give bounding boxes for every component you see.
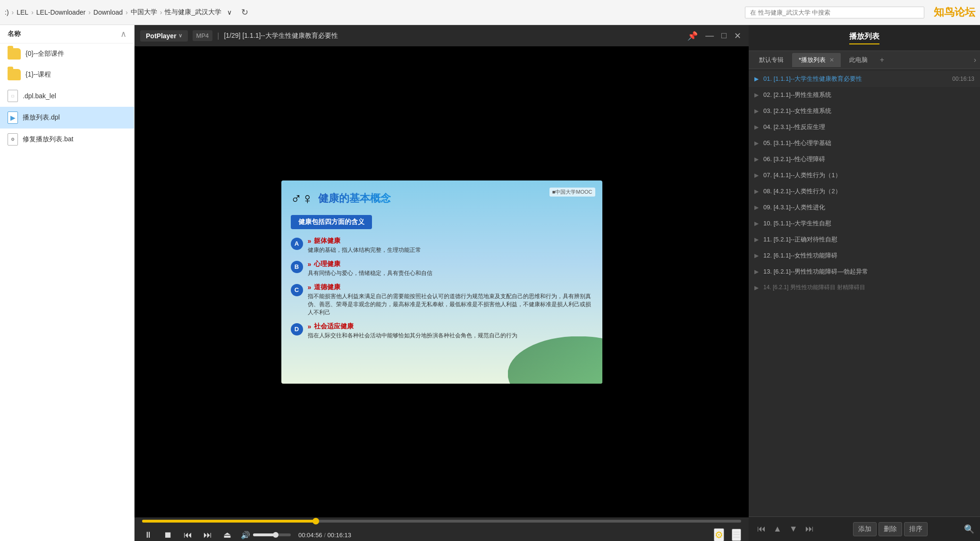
pin-btn[interactable]: 📌 xyxy=(685,29,700,43)
playlist-item[interactable]: ▶ 06. [3.2.1]--性心理障碍 xyxy=(749,151,980,167)
play-arrow-icon: ▶ xyxy=(754,108,759,114)
controls-row: ⏸ ⏹ ⏮ ⏭ ⏏ 🔊 00:04:56 / 00:16:13 xyxy=(142,528,741,541)
list-item[interactable]: ▶ 播放列表.dpl xyxy=(0,107,134,129)
playlist-item-duration: 00:16:13 xyxy=(952,76,974,82)
playlist-item[interactable]: ▶ 09. [4.3.1]--人类性进化 xyxy=(749,199,980,215)
playlist-item[interactable]: ▶ 08. [4.2.1]--人类性行为（2） xyxy=(749,183,980,199)
folder-icon xyxy=(8,48,21,60)
breadcrumb-refresh-btn[interactable]: ↻ xyxy=(237,6,252,18)
volume-area: 🔊 xyxy=(241,531,291,540)
close-btn[interactable]: ✕ xyxy=(732,29,743,43)
playlist-item-text: 04. [2.3.1]--性反应生理 xyxy=(763,123,974,131)
slide-item-a: A » 躯体健康 健康的基础，指人体结构完整，生理功能正常 xyxy=(291,237,593,254)
tab-this-computer[interactable]: 此电脑 xyxy=(843,53,874,67)
play-arrow-icon: ▶ xyxy=(754,284,759,291)
search-box xyxy=(745,7,924,18)
breadcrumb-dropdown-btn[interactable]: ∨ xyxy=(224,8,235,17)
file-name: {0}--全部课件 xyxy=(25,50,64,58)
playlist-item[interactable]: ▶ 01. [1.1.1]--大学生性健康教育必要性 00:16:13 xyxy=(749,71,980,87)
play-arrow-icon: ▶ xyxy=(754,92,759,98)
item-title-b: » 心理健康 xyxy=(308,260,593,268)
playlist-item[interactable]: ▶ 03. [2.2.1]--女性生殖系统 xyxy=(749,103,980,119)
playlist-next-btn[interactable]: ▼ xyxy=(786,522,801,536)
playlist-item[interactable]: ▶ 04. [2.3.1]--性反应生理 xyxy=(749,119,980,135)
playlist-item[interactable]: ▶ 13. [6.2.1]--男性性功能障碍—勃起异常 xyxy=(749,264,980,280)
playlist-item-text: 05. [3.1.1]--性心理学基础 xyxy=(763,139,974,147)
breadcrumb-university[interactable]: 中国大学 xyxy=(131,8,157,17)
file-explorer: 名称 ∧ {0}--全部课件 {1}--课程 □ .dpl.bak_lel ▶ … xyxy=(0,25,135,541)
playlist-items: ▶ 01. [1.1.1]--大学生性健康教育必要性 00:16:13 ▶ 02… xyxy=(749,69,980,516)
playlist-item[interactable]: ▶ 12. [6.1.1]--女性性功能障碍 xyxy=(749,248,980,264)
breadcrumb-lel[interactable]: LEL xyxy=(17,9,28,16)
prev-btn[interactable]: ⏮ xyxy=(182,530,194,540)
play-pause-btn[interactable]: ⏸ xyxy=(142,530,154,540)
restore-btn[interactable]: □ xyxy=(719,29,728,43)
list-item[interactable]: ⚙ 修复播放列表.bat xyxy=(0,129,134,150)
video-slide: ■中国大学MOOC ♂♀ 健康的基本概念 健康包括四方面的含义 A » xyxy=(281,180,602,384)
total-time: 00:16:13 xyxy=(327,532,351,539)
add-btn[interactable]: 添加 xyxy=(853,522,877,536)
menu-btn[interactable]: ☰ xyxy=(732,529,741,541)
playlist-prev-btn[interactable]: ▲ xyxy=(770,522,785,536)
tab-close-icon[interactable]: ✕ xyxy=(829,57,834,63)
playlist-footer-buttons: 添加 删除 排序 xyxy=(853,522,928,536)
playlist-panel: 播放列表 默认专辑 *播放列表 ✕ 此电脑 + › ▶ 01. [1.1.1]-… xyxy=(749,25,980,541)
playlist-tabs: 默认专辑 *播放列表 ✕ 此电脑 + › xyxy=(749,51,980,69)
scroll-up-icon[interactable]: ∧ xyxy=(120,29,127,39)
zhiwu-logo: 知鸟论坛 xyxy=(924,5,975,19)
tab-playlist[interactable]: *播放列表 ✕ xyxy=(792,53,841,67)
volume-thumb[interactable] xyxy=(273,532,279,538)
sort-btn[interactable]: 排序 xyxy=(904,522,928,536)
explorer-header-title: 名称 xyxy=(8,30,21,38)
playlist-item[interactable]: ▶ 07. [4.1.1]--人类性行为（1） xyxy=(749,167,980,183)
folder-icon xyxy=(8,69,21,80)
play-arrow-icon: ▶ xyxy=(754,268,759,275)
time-display: 00:04:56 / 00:16:13 xyxy=(298,532,351,539)
play-arrow-icon: ▶ xyxy=(754,76,759,82)
file-list: {0}--全部课件 {1}--课程 □ .dpl.bak_lel ▶ 播放列表.… xyxy=(0,43,134,541)
bullet-c: C xyxy=(291,284,303,296)
breadcrumb-download[interactable]: Download xyxy=(93,9,123,16)
search-input[interactable] xyxy=(750,9,919,16)
playlist-last-btn[interactable]: ⏭ xyxy=(803,522,817,536)
playlist-item[interactable]: ▶ 11. [5.2.1]--正确对待性自慰 xyxy=(749,232,980,248)
playlist-item-text: 07. [4.1.1]--人类性行为（1） xyxy=(763,171,974,180)
bat-icon: ⚙ xyxy=(8,133,18,146)
slide-header: ♂♀ 健康的基本概念 xyxy=(291,190,593,207)
playlist-item[interactable]: ▶ 02. [2.1.1]--男性生殖系统 xyxy=(749,87,980,103)
list-item[interactable]: {1}--课程 xyxy=(0,64,134,85)
slide-content: A » 躯体健康 健康的基础，指人体结构完整，生理功能正常 B xyxy=(291,237,593,340)
settings-btn[interactable]: ⚙ xyxy=(714,528,724,541)
item-desc-d: 指在人际交往和各种社会活动中能够恰如其分地扮演各种社会角色，规范自己的行为 xyxy=(308,332,593,340)
playlist-search-btn[interactable]: 🔍 xyxy=(964,524,974,534)
progress-bar[interactable] xyxy=(142,520,741,523)
playlist-item[interactable]: ▶ 10. [5.1.1]--大学生性自慰 xyxy=(749,215,980,232)
playlist-item-text: 03. [2.2.1]--女性生殖系统 xyxy=(763,107,974,115)
breadcrumb-downloader[interactable]: LEL-Downloader xyxy=(36,9,85,16)
progress-thumb[interactable] xyxy=(313,518,319,524)
playlist-item[interactable]: ▶ 14. [6.2.1] 男性性功能障碍目 射精障碍目 xyxy=(749,280,980,295)
file-name: 修复播放列表.bat xyxy=(23,135,73,144)
tab-nav-arrow[interactable]: › xyxy=(974,56,976,64)
slide-gender-icon: ♂♀ xyxy=(291,190,313,207)
breadcrumb-course[interactable]: 性与健康_武汉大学 xyxy=(165,8,221,17)
list-item[interactable]: {0}--全部课件 xyxy=(0,43,134,64)
bullet-d: D xyxy=(291,323,303,335)
playlist-first-btn[interactable]: ⏮ xyxy=(754,522,769,536)
volume-fill xyxy=(253,533,276,536)
playlist-item[interactable]: ▶ 05. [3.1.1]--性心理学基础 xyxy=(749,135,980,151)
breadcrumb-root[interactable]: :) xyxy=(5,9,9,16)
delete-btn[interactable]: 删除 xyxy=(879,522,902,536)
minimize-btn[interactable]: — xyxy=(703,29,716,43)
next-btn[interactable]: ⏭ xyxy=(202,530,214,540)
list-item[interactable]: □ .dpl.bak_lel xyxy=(0,85,134,107)
current-time: 00:04:56 xyxy=(298,532,322,539)
play-arrow-icon: ▶ xyxy=(754,252,759,259)
tab-add-btn[interactable]: + xyxy=(876,56,888,64)
stop-btn[interactable]: ⏹ xyxy=(162,530,174,540)
volume-bar[interactable] xyxy=(253,533,291,536)
eject-btn[interactable]: ⏏ xyxy=(221,530,233,540)
tab-default-album[interactable]: 默认专辑 xyxy=(752,53,790,67)
potplayer-brand[interactable]: PotPlayer ∨ xyxy=(140,30,188,42)
play-arrow-icon: ▶ xyxy=(754,124,759,130)
